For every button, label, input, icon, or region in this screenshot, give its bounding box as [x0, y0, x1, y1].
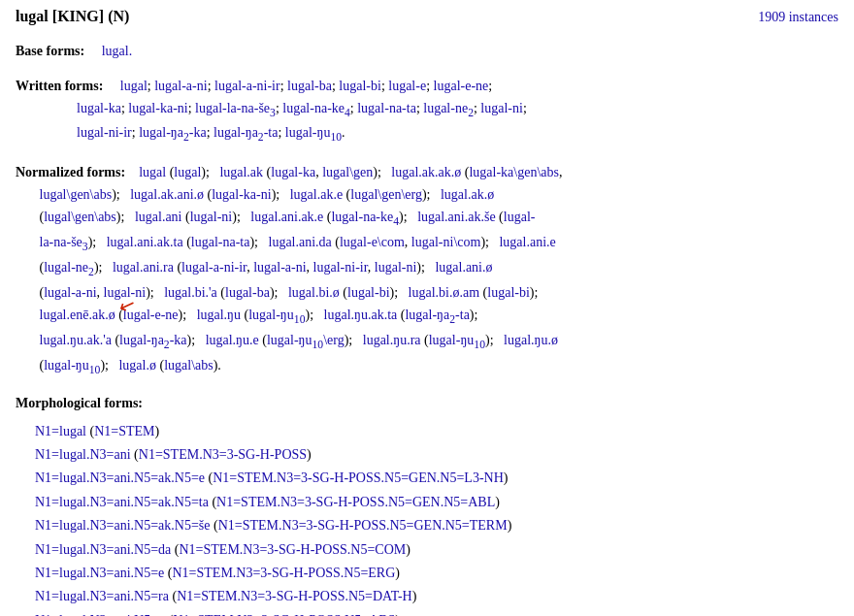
nf-link[interactable]: lugal-ŋu10 [248, 308, 305, 322]
mf-link[interactable]: N1=lugal.N3=ani.N5=ra [35, 589, 169, 603]
nf-link[interactable]: lugal.ani.da [269, 235, 332, 249]
mf-link[interactable]: N1=lugal.N3=ani.N5=ak.N5=ta [35, 495, 209, 509]
mf-link[interactable]: N1=lugal.N3=ani.N5=e [35, 566, 164, 580]
mf-link[interactable]: N1=STEM.N3=3-SG-H-POSS.N5=COM [180, 542, 407, 557]
list-item: N1=lugal.N3=ani.N5=e (N1=STEM.N3=3-SG-H-… [35, 563, 838, 584]
nf-link[interactable]: lugal.ak.ani.ø [130, 187, 204, 202]
nf-link[interactable]: lugal.ŋu [197, 308, 241, 322]
nf-link[interactable]: lugal.ak.ø [441, 187, 494, 202]
nf-link[interactable]: lugal-ŋa2-ka [119, 333, 187, 347]
nf-link[interactable]: lugal-ni-ir [313, 260, 368, 275]
mf-link[interactable]: N1=STEM.N3=3-SG-H-POSS.N5=GEN.N5=TERM [218, 518, 508, 533]
nf-link[interactable]: lugal-ka\gen\abs [469, 165, 559, 179]
nf-link[interactable]: lugal.ani.ak.ta [107, 235, 183, 249]
mf-link[interactable]: N1=STEM.N3=3-SG-H-POSS.N5=DAT-H [177, 589, 412, 603]
mf-link[interactable]: N1=lugal [35, 424, 86, 438]
nf-link[interactable]: lugal-ni\com [411, 235, 481, 249]
nf-link[interactable]: lugal-ni [375, 260, 417, 275]
list-item: N1=lugal.N3=ani.N5=ra (N1=STEM.N3=3-SG-H… [35, 586, 838, 607]
mf-link[interactable]: N1=lugal.N3=ani.N5=da [35, 542, 171, 557]
list-item: N1=lugal.N3=ani.N5=ak.N5=še (N1=STEM.N3=… [35, 515, 838, 536]
nf-link[interactable]: lugal-a-ni [44, 285, 96, 300]
wf-link[interactable]: lugal-e [388, 79, 426, 93]
base-forms-section: Base forms: lugal. [16, 41, 838, 62]
wf-link[interactable]: lugal-ka [77, 101, 121, 115]
nf-link[interactable]: lugal-ka [271, 165, 315, 179]
mf-link[interactable]: N1=STEM.N3=3-SG-H-POSS [139, 447, 307, 462]
normalized-forms-label: Normalized forms: [16, 165, 125, 179]
wf-link[interactable]: lugal-ka-ni [128, 101, 187, 115]
nf-link[interactable]: lugal\gen\abs [40, 187, 113, 202]
morphological-forms-label: Morphological forms: [16, 396, 143, 410]
mf-link[interactable]: N1=STEM.N3=3-SG-H-POSS.N5=GEN.N5=ABL [216, 495, 495, 509]
nf-link[interactable]: lugal\abs [164, 358, 214, 373]
nf-link[interactable]: lugal.ak [219, 165, 263, 179]
nf-link[interactable]: lugal-na-ta [191, 235, 250, 249]
nf-link[interactable]: lugal.ak.e [290, 187, 343, 202]
wf-link[interactable]: lugal-ŋu10 [285, 125, 342, 140]
nf-link[interactable]: lugal-bi [487, 285, 530, 300]
nf-link[interactable]: lugal-ŋu10 [429, 333, 485, 347]
nf-link[interactable]: lugal-na-ke4 [331, 210, 399, 224]
wf-link[interactable]: lugal-ŋa2-ka [139, 125, 207, 140]
nf-link[interactable]: lugal-e\com [340, 235, 405, 249]
mf-link[interactable]: N1=lugal.N3=ani [35, 447, 131, 462]
nf-link[interactable]: lugal.ani.ak.še [417, 210, 495, 224]
nf-link[interactable]: lugal.ani.ra [113, 260, 174, 275]
nf-link[interactable]: lugal-a-ni-ir [181, 260, 246, 275]
nf-link[interactable]: lugal-ba [225, 285, 270, 300]
nf-link[interactable]: la-na-še3 [40, 235, 88, 249]
wf-link[interactable]: lugal-bi [339, 79, 381, 93]
base-forms-spacer [88, 44, 99, 58]
nf-link[interactable]: lugal.bi.ø.am [409, 285, 480, 300]
mf-link[interactable]: N1=STEM [94, 424, 154, 438]
nf-link[interactable]: lugal.ak.ak.ø [391, 165, 461, 179]
nf-link[interactable]: lugal- [504, 210, 536, 224]
nf-link[interactable]: lugal-ŋu10\erg [267, 333, 345, 347]
nf-link[interactable]: lugal.ani.ø [435, 260, 492, 275]
nf-link[interactable]: lugal\gen\erg [350, 187, 422, 202]
wf-link[interactable]: lugal-ŋa2-ta [214, 125, 278, 140]
nf-link[interactable]: lugal-a-ni [253, 260, 306, 275]
nf-link[interactable]: lugal-ne2 [44, 260, 94, 275]
nf-link[interactable]: lugal [139, 165, 166, 179]
nf-link[interactable]: lugal-ni [190, 210, 233, 224]
wf-link[interactable]: lugal-ni [480, 101, 523, 115]
nf-link[interactable]: lugal.ani.ak.e [250, 210, 323, 224]
mf-link[interactable]: N1=STEM.N3=3-SG-H-POSS.N5=ERG [173, 566, 396, 580]
nf-link[interactable]: lugal-bi [347, 285, 390, 300]
wf-link[interactable]: lugal-a-ni [154, 79, 207, 93]
instances-link[interactable]: 1909 instances [758, 10, 838, 25]
mf-link[interactable]: N1=STEM.N3=3-SG-H-POSS.N5=GEN.N5=L3-NH [213, 470, 504, 485]
nf-link[interactable]: lugal.ŋu.ra [363, 333, 421, 347]
nf-link[interactable]: lugal\gen [322, 165, 373, 179]
nf-link[interactable]: lugal.ŋu.ak.ta [324, 308, 398, 322]
wf-link[interactable]: lugal-na-ke4 [282, 101, 350, 115]
base-form-link[interactable]: lugal. [102, 44, 133, 58]
nf-link[interactable]: lugal.ani [135, 210, 182, 224]
nf-link[interactable]: lugal-ŋa2-ta [405, 308, 469, 322]
wf-link[interactable]: lugal-ba [287, 79, 332, 93]
nf-link[interactable]: lugal.ani.e [499, 235, 555, 249]
mf-link[interactable]: N1=lugal.N3=ani.N5=ak.N5=e [35, 470, 205, 485]
nf-link[interactable]: lugal-ŋu10 [44, 358, 100, 373]
nf-link[interactable]: lugal.ø [118, 358, 156, 373]
nf-link[interactable]: lugal [174, 165, 201, 179]
nf-link[interactable]: lugal-ka-ni [212, 187, 271, 202]
wf-link[interactable]: lugal-e-ne [434, 79, 489, 93]
wf-link[interactable]: lugal-ne2 [423, 101, 474, 115]
nf-link[interactable]: lugal.enē.ak.ø [40, 308, 115, 322]
wf-link[interactable]: lugal-la-na-še3 [195, 101, 276, 115]
nf-link[interactable]: lugal\gen\abs [44, 210, 116, 224]
nf-link[interactable]: lugal.bi.ø [288, 285, 340, 300]
list-item: N1=lugal.N3=ani.N5=ak.N5=e (N1=STEM.N3=3… [35, 468, 838, 489]
wf-link[interactable]: lugal-na-ta [357, 101, 416, 115]
wf-link[interactable]: lugal-a-ni-ir [214, 79, 280, 93]
nf-link[interactable]: lugal.ŋu.ak.'a [40, 333, 112, 347]
nf-link[interactable]: lugal.ŋu.e [206, 333, 259, 347]
wf-link[interactable]: lugal [120, 79, 148, 93]
wf-link[interactable]: lugal-ni-ir [77, 125, 132, 140]
nf-link[interactable]: lugal.ŋu.ø [504, 333, 558, 347]
mf-link[interactable]: N1=lugal.N3=ani.N5=ak.N5=še [35, 518, 211, 533]
nf-link[interactable]: lugal.bi.'a [164, 285, 217, 300]
